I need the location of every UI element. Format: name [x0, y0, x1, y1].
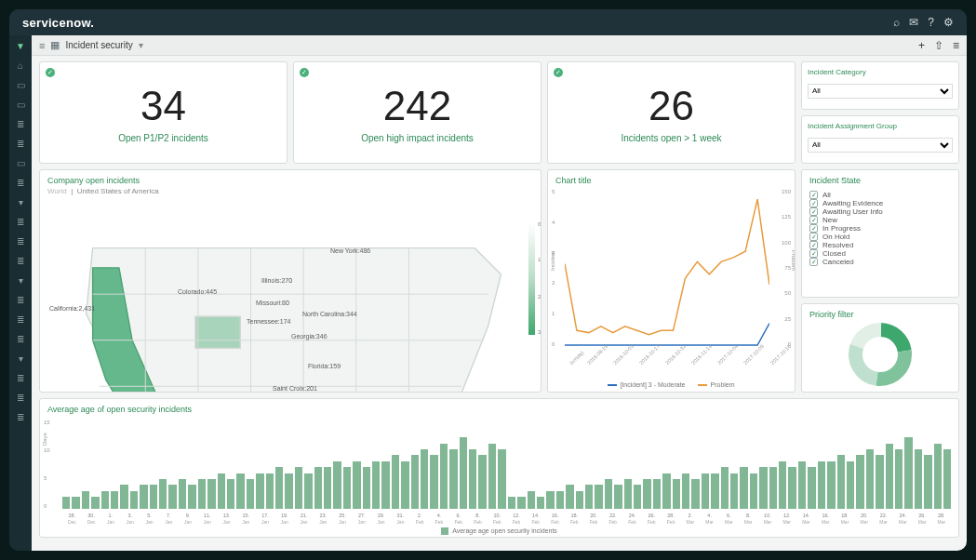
- bar: [886, 444, 893, 509]
- kpi-value: 26: [648, 83, 694, 129]
- filter-category: Incident Category All: [801, 61, 959, 110]
- bar-chart-card[interactable]: Average age of open security incidents 1…: [39, 398, 959, 538]
- state-options: ✓All✓Awaiting Evidence✓Awaiting User Inf…: [809, 191, 951, 266]
- left-rail: ▼ ⌂ ▭ ▭ ≣ ≣ ▭ ≣ ▾ ≣ ≣ ≣ ▾ ≣ ≣ ≣ ▾ ≣ ≣ ≣: [9, 35, 32, 551]
- caret-down-icon[interactable]: ▾: [139, 40, 143, 50]
- page-title: Incident security: [65, 40, 132, 50]
- option-label: On Hold: [822, 233, 849, 241]
- state-option[interactable]: ✓New: [809, 216, 951, 224]
- list-icon[interactable]: ≣: [15, 256, 26, 267]
- bar: [779, 461, 786, 509]
- card-title: Company open incidents: [40, 170, 541, 187]
- bar: [721, 467, 729, 509]
- line-chart-body: 543210 1501251007550250 Incident Problem…: [548, 187, 795, 392]
- bar: [198, 479, 206, 509]
- bar: [876, 455, 883, 509]
- state-option[interactable]: ✓Awaiting User Info: [809, 207, 951, 216]
- help-icon[interactable]: ?: [928, 16, 934, 29]
- state-option[interactable]: ✓Canceled: [809, 258, 951, 266]
- bar-x-tick: 22.Mar: [874, 513, 893, 526]
- bar: [469, 449, 476, 509]
- menu-icon[interactable]: ≡: [39, 40, 45, 51]
- list-icon[interactable]: ≣: [15, 139, 26, 150]
- bar: [759, 467, 767, 509]
- bar-x-tick: 8.Mar: [739, 513, 758, 526]
- folder-icon[interactable]: ▭: [15, 80, 26, 91]
- kpi-high-impact[interactable]: ✓ 242 Open high impact incidents: [293, 61, 541, 164]
- bar: [750, 473, 757, 509]
- assignment-select[interactable]: All: [808, 138, 953, 153]
- gear-icon[interactable]: ⚙: [943, 16, 954, 29]
- state-option[interactable]: ✓Resolved: [809, 241, 951, 249]
- bar: [227, 479, 234, 509]
- check-icon: ✓: [46, 68, 55, 77]
- share-button[interactable]: ⇧: [934, 39, 943, 52]
- content-area: ≡ ▦ Incident security ▾ + ⇧ ≡ ✓ 34 Open …: [32, 35, 967, 551]
- list-icon[interactable]: ≣: [15, 217, 26, 228]
- bar-x-tick: 5.Jan: [140, 513, 159, 526]
- map-breadcrumb: World | United States of America: [40, 187, 541, 195]
- state-option[interactable]: ✓On Hold: [809, 233, 951, 241]
- state-option[interactable]: ✓Awaiting Evidence: [809, 199, 951, 207]
- bar: [207, 479, 215, 509]
- state-option[interactable]: ✓All: [809, 191, 951, 199]
- kpi-open-p1p2[interactable]: ✓ 34 Open P1/P2 incidents: [39, 61, 287, 164]
- home-icon[interactable]: ⌂: [15, 60, 26, 72]
- list-icon[interactable]: ≣: [15, 412, 26, 423]
- incident-state-filter: Incident State ✓All✓Awaiting Evidence✓Aw…: [801, 169, 959, 298]
- bar: [585, 485, 593, 509]
- checkbox-icon: ✓: [809, 224, 818, 233]
- grid-icon[interactable]: ▦: [50, 39, 60, 51]
- list-icon[interactable]: ≣: [15, 334, 26, 345]
- check-icon: ✓: [300, 68, 309, 77]
- map-gradient-legend: 0 1k 2k 3k: [528, 223, 535, 335]
- bar-plot: [62, 420, 951, 509]
- bar: [285, 473, 292, 509]
- kpi-open-week[interactable]: ✓ 26 Incidents open > 1 week: [547, 61, 796, 164]
- caret-down-icon[interactable]: ▾: [15, 353, 26, 365]
- folder-icon[interactable]: ▭: [15, 158, 26, 169]
- search-icon[interactable]: ⌕: [893, 16, 900, 29]
- bar-x-tick: 23.Jan: [314, 513, 333, 526]
- list-icon[interactable]: ≣: [15, 373, 26, 384]
- bar-x-tick: 11.Jan: [197, 513, 217, 526]
- kpi-label: Open high impact incidents: [361, 133, 474, 143]
- bar: [682, 473, 689, 509]
- checkbox-icon: ✓: [809, 258, 818, 266]
- line-chart-card[interactable]: Chart title 543210 1501251007550250 Inci…: [547, 169, 796, 393]
- funnel-icon[interactable]: ▼: [15, 41, 26, 52]
- bar: [934, 444, 942, 509]
- app-window: servicenow ⌕ ✉ ? ⚙ ▼ ⌂ ▭ ▭ ≣ ≣ ▭ ≣ ▾ ≣ ≣…: [9, 9, 967, 551]
- checkbox-icon: ✓: [809, 191, 818, 199]
- caret-down-icon[interactable]: ▾: [15, 275, 26, 287]
- bar: [101, 491, 109, 509]
- side-column: Incident State ✓All✓Awaiting Evidence✓Aw…: [801, 169, 959, 393]
- bar: [818, 461, 825, 509]
- list-icon[interactable]: ≣: [15, 119, 26, 130]
- list-icon[interactable]: ≣: [15, 393, 26, 404]
- bar-x-tick: 28.Dec: [62, 513, 82, 526]
- list-icon[interactable]: ≣: [15, 236, 26, 247]
- add-button[interactable]: +: [918, 39, 925, 52]
- donut-chart[interactable]: [848, 322, 913, 387]
- list-icon[interactable]: ≣: [15, 295, 26, 306]
- caret-down-icon[interactable]: ▾: [15, 197, 26, 208]
- option-label: New: [822, 216, 837, 224]
- kpi-value: 242: [383, 83, 451, 129]
- state-option[interactable]: ✓In Progress: [809, 224, 951, 233]
- bar-x-tick: 24.Mar: [893, 513, 913, 526]
- card-title: Incident State: [809, 174, 951, 189]
- category-select[interactable]: All: [808, 84, 953, 99]
- settings-icon[interactable]: ≡: [953, 39, 959, 52]
- bar: [517, 497, 525, 509]
- list-icon[interactable]: ≣: [15, 314, 26, 326]
- bar: [556, 491, 564, 509]
- page-toolbar: ≡ ▦ Incident security ▾ + ⇧ ≡: [32, 35, 967, 56]
- list-icon[interactable]: ≣: [15, 178, 26, 189]
- state-option[interactable]: ✓Closed: [809, 249, 951, 258]
- bar: [808, 467, 815, 509]
- chat-icon[interactable]: ✉: [909, 16, 918, 29]
- file-icon[interactable]: ▭: [15, 100, 26, 111]
- bar: [460, 437, 467, 509]
- map-open-incidents[interactable]: Company open incidents World | United St…: [39, 169, 541, 393]
